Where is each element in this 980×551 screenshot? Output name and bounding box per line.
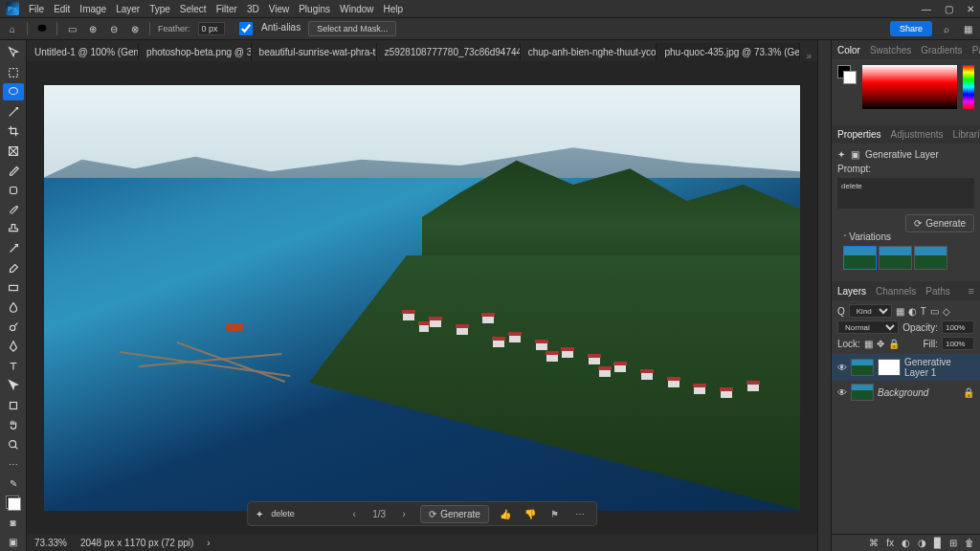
link-layers-icon[interactable]: ⌘ bbox=[869, 538, 879, 548]
feather-input[interactable] bbox=[198, 22, 225, 35]
prompt-textarea[interactable]: delete bbox=[837, 178, 974, 209]
visibility-icon[interactable]: 👁 bbox=[837, 387, 847, 398]
eyedropper-tool[interactable] bbox=[3, 162, 24, 179]
hand-tool[interactable] bbox=[3, 416, 24, 433]
delete-layer-icon[interactable]: 🗑 bbox=[965, 538, 974, 548]
layer-filter-select[interactable]: Kind bbox=[849, 304, 892, 318]
variation-thumb[interactable] bbox=[843, 246, 877, 270]
more-icon[interactable]: ⋯ bbox=[571, 505, 589, 522]
new-adjustment-icon[interactable]: ◑ bbox=[918, 538, 926, 548]
doc-tab-active[interactable]: phu-quoc-435.jpg @ 73.3% (Generative Lay… bbox=[657, 43, 800, 61]
brush-tool[interactable] bbox=[3, 201, 24, 218]
maximize-icon[interactable]: ▢ bbox=[945, 4, 953, 14]
thumbs-down-icon[interactable]: 👎 bbox=[522, 505, 539, 522]
tab-overflow-icon[interactable]: » bbox=[800, 51, 817, 61]
blur-tool[interactable] bbox=[3, 298, 24, 316]
type-tool[interactable] bbox=[3, 358, 24, 375]
zoom-level[interactable]: 73.33% bbox=[34, 538, 67, 548]
variation-thumb[interactable] bbox=[914, 246, 947, 270]
stamp-tool[interactable] bbox=[3, 220, 24, 237]
path-tool[interactable] bbox=[3, 377, 24, 394]
gradient-tool[interactable] bbox=[3, 279, 24, 297]
blend-mode-select[interactable]: Normal bbox=[837, 320, 899, 334]
menu-view[interactable]: View bbox=[269, 4, 290, 14]
tab-color[interactable]: Color bbox=[837, 45, 860, 55]
thumbs-up-icon[interactable]: 👍 bbox=[497, 505, 514, 522]
prompt-input[interactable] bbox=[271, 509, 338, 518]
antialias-checkbox[interactable]: Anti-alias bbox=[233, 22, 301, 35]
workspace-icon[interactable]: ▦ bbox=[961, 22, 974, 35]
generate-button[interactable]: ⟳Generate bbox=[420, 505, 489, 523]
prev-variation-icon[interactable]: ‹ bbox=[345, 505, 363, 522]
panel-menu-icon[interactable]: ≡ bbox=[969, 285, 974, 297]
close-icon[interactable]: ✕ bbox=[967, 4, 974, 14]
screen-mode-icon[interactable]: ▣ bbox=[3, 534, 24, 551]
search-icon[interactable]: ⌕ bbox=[940, 22, 953, 35]
eraser-tool[interactable] bbox=[3, 259, 24, 276]
fill-input[interactable] bbox=[942, 337, 974, 350]
layer-fx-icon[interactable]: fx bbox=[886, 538, 894, 548]
more-tools-icon[interactable]: ⋯ bbox=[3, 455, 24, 473]
home-icon[interactable]: ⌂ bbox=[6, 22, 19, 35]
lasso-tool[interactable] bbox=[3, 83, 24, 100]
new-group-icon[interactable]: ▉ bbox=[934, 538, 942, 548]
color-swatch[interactable] bbox=[837, 65, 857, 84]
layer-row[interactable]: 👁 Background 🔒 bbox=[832, 381, 980, 404]
status-chevron-icon[interactable]: › bbox=[207, 538, 210, 548]
flag-icon[interactable]: ⚑ bbox=[546, 505, 564, 522]
menu-3d[interactable]: 3D bbox=[247, 4, 259, 14]
filter-adjust-icon[interactable]: ◐ bbox=[908, 306, 917, 317]
tab-adjustments[interactable]: Adjustments bbox=[891, 129, 944, 140]
lasso-tool-icon[interactable] bbox=[35, 22, 49, 35]
menu-file[interactable]: File bbox=[29, 4, 44, 14]
doc-tab[interactable]: beautiful-sunrise-wat-phra-that.jpg× bbox=[252, 43, 377, 61]
new-selection-icon[interactable]: ▭ bbox=[65, 22, 78, 35]
tab-channels[interactable]: Channels bbox=[876, 286, 916, 297]
properties-generate-button[interactable]: ⟳Generate bbox=[905, 214, 974, 232]
menu-window[interactable]: Window bbox=[340, 4, 374, 14]
zoom-tool[interactable] bbox=[3, 435, 24, 452]
collapsed-panels[interactable] bbox=[817, 40, 831, 551]
lock-all-icon[interactable]: 🔒 bbox=[888, 339, 900, 349]
shape-tool[interactable] bbox=[3, 396, 24, 413]
layer-mask-thumb[interactable] bbox=[878, 359, 901, 376]
filter-smart-icon[interactable]: ◇ bbox=[943, 306, 950, 317]
quick-mask-icon[interactable]: ◙ bbox=[3, 514, 24, 531]
layer-name[interactable]: Generative Layer 1 bbox=[904, 357, 974, 378]
doc-tab[interactable]: Untitled-1 @ 100% (Genera...× bbox=[27, 43, 139, 61]
color-field[interactable] bbox=[862, 65, 957, 109]
edit-toolbar-icon[interactable]: ✎ bbox=[3, 474, 24, 492]
pen-tool[interactable] bbox=[3, 338, 24, 355]
layer-name[interactable]: Background bbox=[878, 387, 959, 398]
wand-tool[interactable] bbox=[3, 102, 24, 120]
visibility-icon[interactable]: 👁 bbox=[837, 363, 847, 373]
tab-layers[interactable]: Layers bbox=[837, 286, 866, 297]
heal-tool[interactable] bbox=[3, 181, 24, 198]
tab-patterns[interactable]: Patterns bbox=[972, 45, 980, 55]
layer-thumb[interactable] bbox=[851, 384, 874, 401]
filter-type-icon[interactable]: T bbox=[921, 306, 926, 317]
minimize-icon[interactable]: — bbox=[922, 4, 931, 14]
layer-thumb[interactable] bbox=[851, 359, 874, 376]
opacity-input[interactable] bbox=[942, 320, 974, 334]
canvas[interactable] bbox=[44, 85, 800, 511]
add-selection-icon[interactable]: ⊕ bbox=[86, 22, 100, 35]
hue-slider[interactable] bbox=[963, 65, 974, 109]
crop-tool[interactable] bbox=[3, 122, 24, 140]
next-variation-icon[interactable]: › bbox=[395, 505, 412, 522]
lock-pixels-icon[interactable]: ▦ bbox=[864, 339, 873, 349]
menu-image[interactable]: Image bbox=[79, 4, 106, 14]
doc-tab[interactable]: photoshop-beta.png @ 36.1...× bbox=[139, 43, 252, 61]
layer-row[interactable]: 👁 Generative Layer 1 bbox=[832, 354, 980, 381]
menu-edit[interactable]: Edit bbox=[54, 4, 70, 14]
select-and-mask-button[interactable]: Select and Mask... bbox=[308, 21, 396, 36]
variation-thumb[interactable] bbox=[879, 246, 912, 270]
filter-image-icon[interactable]: ▦ bbox=[896, 306, 904, 317]
tab-swatches[interactable]: Swatches bbox=[870, 45, 911, 55]
doc-tab[interactable]: z5928108777780_73c86d947449f9e28bf638035… bbox=[377, 43, 521, 61]
subtract-selection-icon[interactable]: ⊖ bbox=[107, 22, 121, 35]
menu-layer[interactable]: Layer bbox=[116, 4, 140, 14]
menu-filter[interactable]: Filter bbox=[216, 4, 237, 14]
tab-properties[interactable]: Properties bbox=[837, 129, 881, 140]
menu-help[interactable]: Help bbox=[384, 4, 404, 14]
